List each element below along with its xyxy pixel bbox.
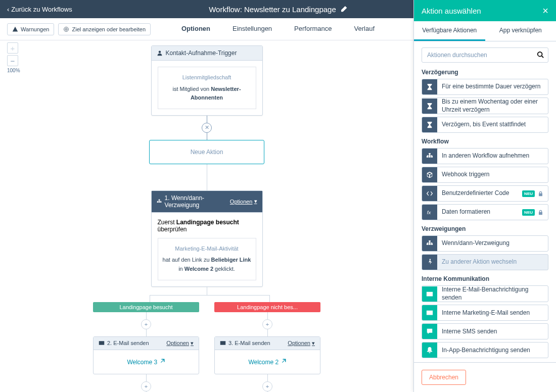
action-webhook[interactable]: Webhook triggern [422, 167, 548, 183]
email-card-left[interactable]: 2. E-Mail senden Optionen ▾ Welcome 3 [93, 336, 199, 374]
workflow-canvas[interactable]: + − 100% Kontakt-Aufnahme-Trigger Listen… [0, 40, 413, 392]
action-search [422, 47, 548, 63]
branch-yes-tag: Landingpage besucht [93, 302, 199, 312]
mail-icon [426, 290, 433, 298]
zoom-in-button[interactable]: + [7, 42, 18, 54]
new-badge: NEU [522, 209, 535, 216]
action-in-app-notif[interactable]: In-App-Benachrichtigung senden [422, 342, 548, 358]
trigger-title: Kontakt-Aufnahme-Trigger [166, 50, 237, 57]
function-icon [426, 209, 433, 216]
panel-tab-available[interactable]: Verfügbare Aktionen [414, 21, 485, 41]
action-custom-code[interactable]: Benutzerdefinierter CodeNEU [422, 185, 548, 202]
sitemap-icon [426, 153, 433, 160]
add-node-button[interactable]: + [262, 319, 272, 329]
trigger-body: Listenmitgliedschaft ist Mitglied von Ne… [158, 67, 256, 109]
branch-inner-label: Marketing-E-Mail-Aktivität [162, 244, 252, 254]
email-card-right[interactable]: 3. E-Mail senden Optionen ▾ Welcome 2 [214, 336, 320, 374]
trigger-header: Kontakt-Aufnahme-Trigger [152, 46, 262, 61]
connector [207, 116, 207, 123]
section-internal-comm: Interne Kommunikation [422, 275, 548, 282]
panel-body[interactable]: Verzögerung Für eine bestimmte Dauer ver… [414, 41, 556, 362]
branch-desc: Zuerst Landingpage besucht überprüfen [158, 219, 256, 233]
zoom-out-button[interactable]: − [7, 55, 18, 66]
action-delay-day[interactable]: Bis zu einem Wochentag oder einer Uhrzei… [422, 97, 548, 114]
panel-footer: Abbrechen [414, 362, 556, 392]
connector [150, 295, 270, 296]
back-label: Zurück zu Workflows [11, 6, 72, 13]
sitemap-icon [426, 240, 433, 247]
action-format-data[interactable]: Daten formatierenNEU [422, 204, 548, 220]
connector [207, 164, 207, 190]
trigger-card[interactable]: Kontakt-Aufnahme-Trigger Listenmitglieds… [151, 45, 263, 116]
add-node-button[interactable]: + [141, 319, 151, 329]
add-node-button[interactable]: + [262, 381, 272, 391]
trigger-label: Listenmitgliedschaft [162, 73, 252, 82]
email-right-options[interactable]: Optionen ▾ [288, 340, 315, 347]
goal-label: Ziel anzeigen oder bearbeiten [72, 26, 146, 32]
add-node-button[interactable]: + [141, 381, 151, 391]
sitemap-icon [157, 199, 162, 205]
lock-icon [538, 191, 543, 197]
action-goto: Zu anderer Aktion wechseln [422, 254, 548, 270]
user-icon [157, 50, 163, 56]
email-left-link[interactable]: Welcome 3 [127, 359, 165, 366]
mail-icon [426, 309, 433, 316]
action-if-then[interactable]: Wenn/dann-Verzweigung [422, 235, 548, 252]
warning-icon [12, 26, 18, 32]
goal-button[interactable]: Ziel anzeigen oder bearbeiten [58, 23, 151, 35]
mail-icon [99, 340, 105, 346]
email-right-link[interactable]: Welcome 2 [248, 359, 286, 366]
cancel-button[interactable]: Abbrechen [422, 370, 466, 385]
connector [269, 295, 270, 302]
bell-icon [426, 347, 433, 354]
external-icon [281, 358, 287, 364]
connector [150, 295, 150, 302]
panel-tab-connect-app[interactable]: App verknüpfen [485, 21, 557, 41]
zoom-level: 100% [7, 68, 20, 73]
branch-options[interactable]: Optionen ▾ [230, 198, 257, 205]
email-right-title: 3. E-Mail senden [228, 340, 270, 346]
branch-condition: Marketing-E-Mail-Aktivität hat auf den L… [158, 238, 256, 280]
panel-header: Aktion auswählen × [414, 0, 556, 21]
branch-title: 1. Wenn/dann-Verzweigung [165, 194, 227, 209]
search-input[interactable] [422, 47, 548, 63]
search-icon[interactable] [537, 51, 544, 58]
branch-header: 1. Wenn/dann-Verzweigung Optionen ▾ [152, 191, 262, 213]
connector [207, 133, 207, 140]
branch-no-column: Landingpage nicht bes... + 3. E-Mail sen… [214, 302, 320, 392]
warnings-button[interactable]: Warnungen [7, 23, 54, 35]
section-branches: Verzweigungen [422, 225, 548, 232]
back-link[interactable]: ‹ Zurück zu Workflows [7, 6, 72, 13]
new-action-placeholder[interactable]: Neue Aktion [149, 140, 264, 164]
close-icon[interactable]: × [542, 6, 548, 16]
chat-icon [426, 328, 433, 335]
code-icon [426, 190, 433, 197]
action-internal-marketing-email[interactable]: Interne Marketing-E-Mail senden [422, 305, 548, 321]
branch-no-tag: Landingpage nicht bes... [214, 302, 320, 312]
hourglass-icon [426, 83, 433, 90]
action-internal-sms[interactable]: Interne SMS senden [422, 323, 548, 339]
remove-node-button[interactable]: ✕ [202, 123, 212, 133]
email-left-title: 2. E-Mail senden [107, 340, 149, 346]
warnings-label: Warnungen [21, 26, 49, 32]
hourglass-icon [426, 103, 433, 110]
trigger-text-pre: ist Mitglied von [172, 86, 211, 92]
branch-card[interactable]: 1. Wenn/dann-Verzweigung Optionen ▾ Zuer… [151, 190, 263, 287]
section-delay: Verzögerung [422, 69, 548, 76]
external-icon [159, 358, 165, 364]
cube-icon [426, 171, 433, 178]
email-left-options[interactable]: Optionen ▾ [166, 340, 194, 347]
hourglass-icon [426, 121, 433, 128]
branch-yes-column: Landingpage besucht + 2. E-Mail senden O… [93, 302, 199, 392]
lock-icon [538, 210, 543, 215]
action-enroll-workflow[interactable]: In anderen Workflow aufnehmen [422, 148, 548, 164]
action-delay-duration[interactable]: Für eine bestimmte Dauer verzögern [422, 79, 548, 95]
connector [207, 287, 207, 295]
action-panel: Aktion auswählen × Verfügbare Aktionen A… [413, 0, 556, 392]
panel-title: Aktion auswählen [422, 7, 481, 15]
zoom-controls: + − 100% [7, 42, 20, 73]
action-delay-event[interactable]: Verzögern, bis Event stattfindet [422, 117, 548, 133]
walk-icon [426, 259, 433, 266]
action-internal-email-notif[interactable]: Interne E-Mail-Benachrichtigung senden [422, 285, 548, 302]
target-icon [63, 26, 69, 32]
